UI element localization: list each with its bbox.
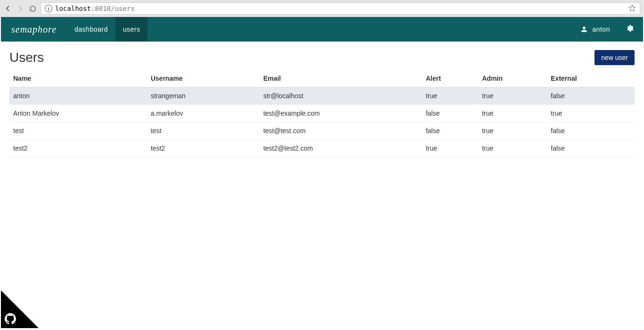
col-name: Name: [9, 70, 147, 87]
cell-external: true: [547, 105, 635, 122]
cell-alert: false: [422, 105, 478, 122]
new-user-button[interactable]: new user: [594, 50, 635, 65]
col-external: External: [547, 70, 635, 87]
github-icon: [1, 290, 39, 328]
table-row[interactable]: antonstrangemanstr@localhosttruetruefals…: [9, 87, 635, 105]
bookmark-star-icon[interactable]: [628, 4, 636, 13]
forward-button[interactable]: [16, 4, 25, 13]
user-menu-label: anton: [592, 25, 610, 33]
cell-username: a.markelov: [147, 105, 260, 122]
user-icon: [581, 26, 587, 33]
col-alert: Alert: [422, 70, 478, 87]
col-username: Username: [147, 70, 260, 87]
table-row[interactable]: Anton Markelova.markelovtest@example.com…: [9, 105, 635, 122]
url-rest: :8010/users: [91, 5, 135, 12]
cell-admin: true: [478, 87, 547, 105]
cell-admin: true: [478, 140, 547, 157]
cell-username: test: [147, 122, 260, 140]
cell-external: false: [547, 122, 635, 140]
cell-email: str@localhost: [259, 87, 422, 105]
user-menu[interactable]: anton: [574, 25, 617, 33]
col-admin: Admin: [478, 70, 547, 87]
nav-dashboard[interactable]: dashboard: [67, 17, 116, 42]
browser-chrome: i localhost:8010/users: [0, 0, 644, 17]
cell-email: test@test.com: [259, 122, 422, 140]
cell-email: test@example.com: [259, 105, 422, 122]
nav-users[interactable]: users: [116, 17, 148, 42]
url-host: localhost: [55, 5, 91, 12]
brand-logo[interactable]: semaphore: [1, 24, 67, 35]
cell-name: test2: [9, 140, 147, 157]
cell-username: strangeman: [147, 87, 260, 105]
page-header: Users new user: [9, 50, 635, 65]
svg-marker-0: [629, 5, 635, 11]
cell-admin: true: [478, 105, 547, 122]
github-corner[interactable]: [1, 290, 39, 330]
users-table: Name Username Email Alert Admin External…: [9, 70, 635, 157]
table-row[interactable]: testtesttest@test.comfalsetruefalse: [9, 122, 635, 140]
info-icon: i: [45, 5, 52, 12]
cell-name: anton: [9, 87, 147, 105]
cell-external: false: [547, 87, 635, 105]
cell-external: false: [547, 140, 635, 157]
table-row[interactable]: test2test2test2@test2.comtruetruefalse: [9, 140, 635, 157]
cell-email: test2@test2.com: [259, 140, 422, 157]
cell-alert: false: [422, 122, 478, 140]
table-header-row: Name Username Email Alert Admin External: [9, 70, 635, 87]
col-email: Email: [259, 70, 422, 87]
cell-alert: true: [422, 140, 478, 157]
url-bar[interactable]: i localhost:8010/users: [41, 2, 640, 15]
settings-button[interactable]: [617, 25, 643, 34]
cell-admin: true: [478, 122, 547, 140]
back-button[interactable]: [4, 4, 12, 13]
cell-username: test2: [147, 140, 260, 157]
cell-name: Anton Markelov: [9, 105, 147, 122]
cell-alert: true: [422, 87, 478, 105]
page-title: Users: [9, 50, 44, 65]
url-text: localhost:8010/users: [55, 5, 135, 12]
reload-button[interactable]: [28, 4, 37, 13]
cell-name: test: [9, 122, 147, 140]
page-content: Users new user Name Username Email Alert…: [1, 42, 643, 157]
app-navbar: semaphore dashboard users anton: [1, 17, 643, 42]
gear-icon: [626, 25, 634, 32]
